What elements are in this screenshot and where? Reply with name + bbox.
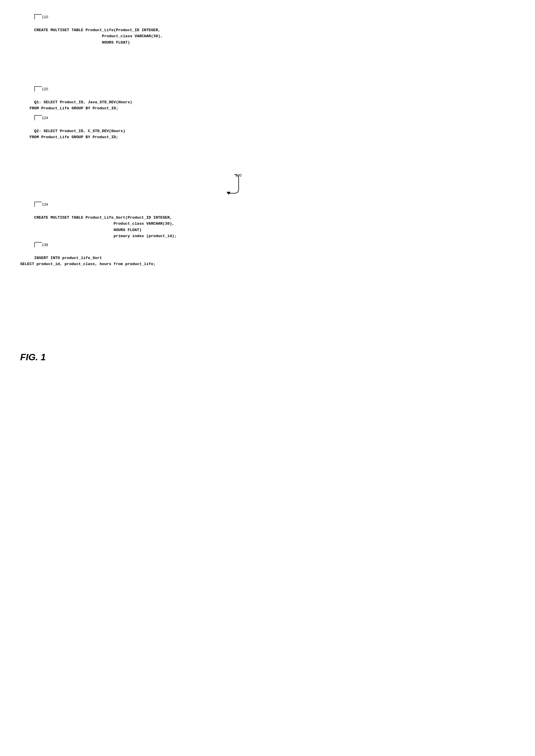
fig-1-label: FIG. 1 <box>20 352 46 362</box>
code-138: INSERT INTO product_life_Sort SELECT pro… <box>20 248 155 274</box>
code-124: Q2: SELECT Product_ID, C_STD_DEV(Hours) … <box>20 122 126 147</box>
ref-130: 130 <box>235 173 241 177</box>
figure-label: FIG. 1 <box>20 352 46 378</box>
section-130: 130 <box>218 173 241 198</box>
section-124: 124 Q2: SELECT Product_ID, C_STD_DEV(Hou… <box>20 115 126 147</box>
page: 110 CREATE MULTISET TABLE Product_Life(P… <box>12 6 256 384</box>
code-110: CREATE MULTISET TABLE Product_Life(Produ… <box>20 21 163 52</box>
section-110: 110 CREATE MULTISET TABLE Product_Life(P… <box>20 15 163 52</box>
section-134: 134 CREATE MULTISET TABLE Product_Life_S… <box>20 202 177 246</box>
section-138: 138 INSERT INTO product_life_Sort SELECT… <box>20 242 155 274</box>
